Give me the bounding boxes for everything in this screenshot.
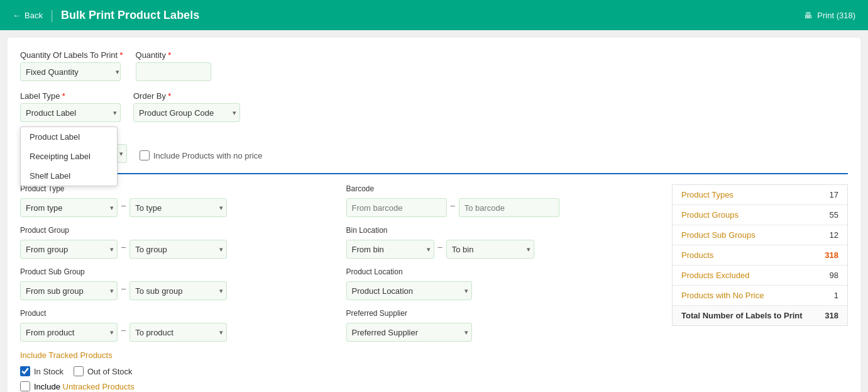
product-sub-group-to-select[interactable]: To sub group <box>129 281 227 300</box>
bin-to-wrapper: To bin <box>446 240 534 259</box>
tracked-products-link[interactable]: Tracked Products <box>48 350 112 360</box>
barcode-from-input[interactable] <box>346 198 447 217</box>
preferred-supplier-filter: Preferred Supplier Preferred Supplier <box>346 309 660 342</box>
summary-value-no-price: 1 <box>834 291 838 300</box>
include-no-price-field: Include Products with no price <box>140 150 262 163</box>
summary-value-total: 318 <box>825 311 838 320</box>
print-icon: 🖶 <box>804 11 812 20</box>
summary-table: Product Types 17 Product Groups 55 Produ… <box>672 184 848 326</box>
summary-label-product-types: Product Types <box>681 190 733 199</box>
bin-location-range: From bin – To bin <box>346 240 534 259</box>
in-stock-label: In Stock <box>34 367 63 376</box>
dropdown-item-shelf-label[interactable]: Shelf Label <box>21 166 117 186</box>
quantity-type-select[interactable]: Fixed Quantity <box>20 62 121 81</box>
summary-label-products-excluded: Products Excluded <box>681 271 749 280</box>
product-sub-group-field: Product Sub Group From sub group – To su… <box>20 267 227 300</box>
product-group-field: Product Group From group – To group <box>20 226 227 259</box>
include-tracked-label: Include Tracked Products <box>20 350 334 360</box>
back-button[interactable]: ← Back <box>13 11 43 20</box>
summary-value-product-groups: 55 <box>830 210 838 220</box>
filters-summary-container: Product Type From type – To type <box>20 184 848 392</box>
preferred-supplier-select[interactable]: Preferred Supplier <box>346 323 472 342</box>
barcode-to-input[interactable] <box>459 198 559 217</box>
summary-value-product-types: 17 <box>830 190 838 199</box>
product-location-filter: Product Location Product Location <box>346 267 660 300</box>
product-group-from-select[interactable]: From group <box>20 240 118 259</box>
summary-row-total: Total Number of Labels to Print 318 <box>673 306 847 325</box>
product-type-to-wrapper: To type <box>129 198 227 217</box>
product-group-to-wrapper: To group <box>129 240 227 259</box>
include-no-price-checkbox[interactable] <box>140 150 150 160</box>
main-content: Quantity Of Labels To Print * Fixed Quan… <box>8 38 860 392</box>
left-filters: Product Type From type – To type <box>20 184 334 392</box>
product-to-select[interactable]: To product <box>129 323 227 342</box>
product-from-select[interactable]: From product <box>20 323 118 342</box>
back-label: Back <box>25 11 43 20</box>
bin-to-select[interactable]: To bin <box>446 240 534 259</box>
order-by-select[interactable]: Product Group Code <box>133 103 240 122</box>
product-type-from-select[interactable]: From type <box>20 198 118 217</box>
summary-label-product-sub-groups: Product Sub Groups <box>681 230 755 240</box>
label-type-label: Label Type * <box>20 91 121 101</box>
untracked-products-link[interactable]: Untracked Products <box>63 382 135 391</box>
product-location-select[interactable]: Product Location <box>346 281 472 300</box>
product-range: From product – To product <box>20 323 227 342</box>
quantity-input[interactable]: 1 <box>136 62 211 81</box>
bin-from-select[interactable]: From bin <box>346 240 434 259</box>
product-group-to-select[interactable]: To group <box>129 240 227 259</box>
bin-from-wrapper: From bin <box>346 240 434 259</box>
summary-label-products: Products <box>681 250 713 260</box>
in-stock-checkbox[interactable] <box>20 366 30 376</box>
include-no-price-label: Include Products with no price <box>153 151 262 160</box>
product-to-wrapper: To product <box>129 323 227 342</box>
product-type-filter: Product Type From type – To type <box>20 184 334 217</box>
product-group-range: From group – To group <box>20 240 227 259</box>
summary-row-product-groups: Product Groups 55 <box>673 205 847 225</box>
dropdown-item-receipting-label[interactable]: Receipting Label <box>21 147 117 166</box>
product-sub-group-to-wrapper: To sub group <box>129 281 227 300</box>
in-stock-row: In Stock Out of Stock <box>20 366 334 376</box>
preferred-supplier-field: Preferred Supplier Preferred Supplier <box>346 309 472 342</box>
quantity-of-labels-field: Quantity Of Labels To Print * Fixed Quan… <box>20 50 123 81</box>
section-divider <box>20 173 848 174</box>
bin-location-label: Bin Location <box>346 226 534 235</box>
product-sub-group-from-select[interactable]: From sub group <box>20 281 118 300</box>
print-price-row: Print Price Incl/Excl GST * GST Inclusiv… <box>20 132 848 163</box>
untracked-row: Include Untracked Products <box>20 381 334 391</box>
summary-row-product-sub-groups: Product Sub Groups 12 <box>673 225 847 245</box>
summary-label-no-price: Products with No Price <box>681 291 764 300</box>
product-group-filter: Product Group From group – To group <box>20 226 334 259</box>
product-field: Product From product – To product <box>20 309 227 342</box>
summary-row-products-excluded: Products Excluded 98 <box>673 266 847 286</box>
summary-row-products: Products 318 <box>673 245 847 266</box>
dash-5: – <box>451 201 455 210</box>
product-type-to-select[interactable]: To type <box>129 198 227 217</box>
top-form-row: Quantity Of Labels To Print * Fixed Quan… <box>20 50 848 81</box>
header-left: ← Back | Bulk Print Product Labels <box>13 8 199 23</box>
dash-4: – <box>121 325 126 335</box>
product-sub-group-filter: Product Sub Group From sub group – To su… <box>20 267 334 300</box>
order-by-label: Order By * <box>133 91 240 101</box>
label-type-select[interactable]: Product Label <box>20 103 121 122</box>
out-of-stock-checkbox[interactable] <box>74 366 84 376</box>
product-type-from-wrapper: From type <box>20 198 118 217</box>
dropdown-item-product-label[interactable]: Product Label <box>21 127 117 147</box>
barcode-range: – <box>346 198 559 217</box>
quantity-label: Quantity * <box>136 50 211 60</box>
quantity-field: Quantity * 1 <box>136 50 211 81</box>
label-type-select-wrapper: Product Label <box>20 103 121 122</box>
product-from-wrapper: From product <box>20 323 118 342</box>
print-button[interactable]: 🖶 Print (318) <box>804 11 855 20</box>
product-type-field: Product Type From type – To type <box>20 184 227 217</box>
order-by-field: Order By * Product Group Code <box>133 91 240 122</box>
page-title: Bulk Print Product Labels <box>61 9 199 22</box>
product-location-select-wrapper: Product Location <box>346 281 472 300</box>
app-header: ← Back | Bulk Print Product Labels 🖶 Pri… <box>0 0 868 30</box>
summary-label-product-groups: Product Groups <box>681 210 739 220</box>
preferred-supplier-select-wrapper: Preferred Supplier <box>346 323 472 342</box>
summary-value-products: 318 <box>825 250 838 260</box>
include-untracked-checkbox[interactable] <box>20 381 30 391</box>
product-sub-group-from-wrapper: From sub group <box>20 281 118 300</box>
order-by-select-wrapper: Product Group Code <box>133 103 240 122</box>
summary-label-total: Total Number of Labels to Print <box>681 311 803 320</box>
